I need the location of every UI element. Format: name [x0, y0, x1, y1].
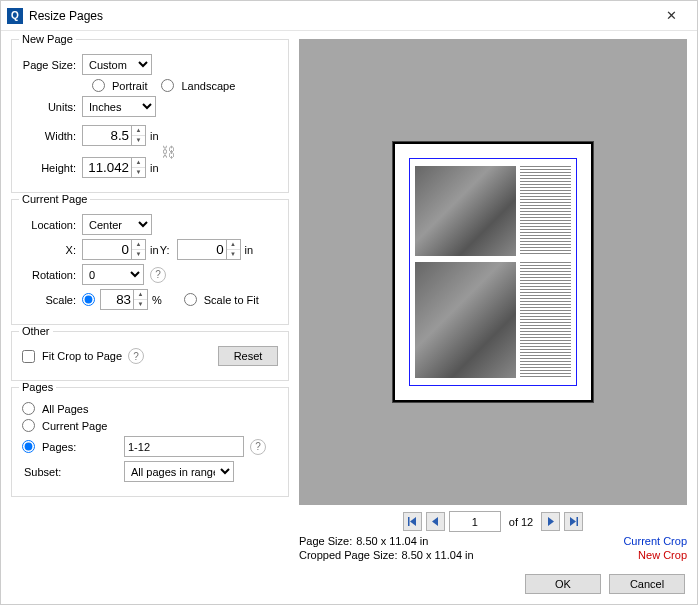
- y-input[interactable]: [178, 240, 226, 259]
- x-down[interactable]: ▼: [132, 250, 145, 260]
- rotation-help-icon[interactable]: ?: [150, 267, 166, 283]
- x-up[interactable]: ▲: [132, 240, 145, 250]
- pages-range-input[interactable]: [124, 436, 244, 457]
- legend-pages: Pages: [19, 381, 56, 393]
- width-input[interactable]: [83, 126, 131, 145]
- landscape-radio[interactable]: [161, 79, 174, 92]
- width-up[interactable]: ▲: [132, 126, 145, 136]
- scale-to-fit-radio[interactable]: Scale to Fit: [184, 293, 259, 306]
- x-spinner[interactable]: ▲▼: [82, 239, 146, 260]
- scale-down[interactable]: ▼: [134, 300, 147, 310]
- fit-crop-help-icon[interactable]: ?: [128, 348, 144, 364]
- next-page-button[interactable]: [541, 512, 560, 531]
- x-input[interactable]: [83, 240, 131, 259]
- dialog-body: New Page Page Size: Custom Portrait Land…: [1, 31, 697, 566]
- page-size-select[interactable]: Custom: [82, 54, 152, 75]
- group-new-page: New Page Page Size: Custom Portrait Land…: [11, 39, 289, 193]
- scale-spinner[interactable]: ▲▼: [100, 289, 148, 310]
- preview-frame: [299, 39, 687, 505]
- titlebar: Q Resize Pages ✕: [1, 1, 697, 31]
- info-cropped-page-size: Cropped Page Size: 8.50 x 11.04 in New C…: [299, 548, 687, 562]
- units-label: Units:: [22, 101, 82, 113]
- y-unit: in: [241, 244, 254, 256]
- rotation-label: Rotation:: [22, 269, 82, 281]
- ok-button[interactable]: OK: [525, 574, 601, 594]
- current-page-radio[interactable]: Current Page: [22, 419, 107, 432]
- preview-page-content: [415, 166, 571, 378]
- app-icon: Q: [7, 8, 23, 24]
- preview-image-icon: [415, 262, 516, 378]
- portrait-radio[interactable]: [92, 79, 105, 92]
- page-total: of 12: [505, 516, 537, 528]
- dialog-footer: OK Cancel: [1, 566, 697, 604]
- legend-current-page: Current Page: [19, 193, 90, 205]
- window-title: Resize Pages: [29, 9, 651, 23]
- location-select[interactable]: Center: [82, 214, 152, 235]
- group-current-page: Current Page Location: Center X: ▲▼ in Y…: [11, 199, 289, 325]
- height-unit: in: [146, 162, 159, 174]
- width-down[interactable]: ▼: [132, 136, 145, 146]
- last-page-button[interactable]: [564, 512, 583, 531]
- group-pages: Pages All Pages Current Page: [11, 387, 289, 497]
- info-page-size: Page Size: 8.50 x 11.04 in Current Crop: [299, 534, 687, 548]
- height-down[interactable]: ▼: [132, 168, 145, 178]
- close-button[interactable]: ✕: [651, 8, 691, 23]
- x-unit: in: [146, 244, 159, 256]
- orientation-landscape[interactable]: Landscape: [161, 79, 235, 92]
- page-size-label: Page Size:: [22, 59, 82, 71]
- location-label: Location:: [22, 219, 82, 231]
- rotation-select[interactable]: 0: [82, 264, 144, 285]
- svg-rect-0: [408, 517, 410, 526]
- first-page-button[interactable]: [403, 512, 422, 531]
- pages-range-radio[interactable]: Pages:: [22, 440, 102, 453]
- subset-select[interactable]: All pages in range: [124, 461, 234, 482]
- height-up[interactable]: ▲: [132, 158, 145, 168]
- svg-marker-1: [410, 517, 416, 526]
- preview-column: of 12 Page Size: 8.50 x 11.04 in Current…: [299, 39, 687, 562]
- resize-pages-dialog: Q Resize Pages ✕ New Page Page Size: Cus…: [0, 0, 698, 605]
- scale-unit: %: [148, 294, 162, 306]
- all-pages-radio[interactable]: All Pages: [22, 402, 88, 415]
- scale-up[interactable]: ▲: [134, 290, 147, 300]
- preview-text-icon: [520, 262, 571, 378]
- svg-rect-5: [577, 517, 579, 526]
- svg-marker-2: [432, 517, 438, 526]
- preview-pager: of 12: [299, 505, 687, 534]
- width-unit: in: [146, 130, 159, 142]
- width-spinner[interactable]: ▲▼: [82, 125, 146, 146]
- legend-other: Other: [19, 325, 53, 337]
- height-input[interactable]: [83, 158, 131, 177]
- preview-page: [393, 142, 593, 402]
- legend-new-page: New Page: [19, 33, 76, 45]
- settings-column: New Page Page Size: Custom Portrait Land…: [11, 39, 289, 562]
- orientation-portrait[interactable]: Portrait: [92, 79, 147, 92]
- preview-image-icon: [415, 166, 516, 256]
- fit-crop-checkbox[interactable]: Fit Crop to Page: [22, 350, 122, 363]
- y-up[interactable]: ▲: [227, 240, 240, 250]
- width-label: Width:: [22, 130, 82, 142]
- y-down[interactable]: ▼: [227, 250, 240, 260]
- link-dimensions-icon[interactable]: ⛓: [159, 135, 177, 169]
- reset-button[interactable]: Reset: [218, 346, 278, 366]
- scale-input[interactable]: [101, 290, 133, 309]
- subset-label: Subset:: [22, 466, 82, 478]
- prev-page-button[interactable]: [426, 512, 445, 531]
- svg-marker-3: [548, 517, 554, 526]
- cancel-button[interactable]: Cancel: [609, 574, 685, 594]
- current-crop-legend: Current Crop: [623, 535, 687, 547]
- units-select[interactable]: Inches: [82, 96, 156, 117]
- height-label: Height:: [22, 162, 82, 174]
- pages-help-icon[interactable]: ?: [250, 439, 266, 455]
- new-crop-legend: New Crop: [638, 549, 687, 561]
- svg-marker-4: [570, 517, 576, 526]
- scale-label: Scale:: [22, 294, 82, 306]
- y-spinner[interactable]: ▲▼: [177, 239, 241, 260]
- x-label: X:: [22, 244, 82, 256]
- page-number-input[interactable]: [449, 511, 501, 532]
- height-spinner[interactable]: ▲▼: [82, 157, 146, 178]
- group-other: Other Fit Crop to Page ? Reset: [11, 331, 289, 381]
- y-label: Y:: [159, 244, 177, 256]
- preview-text-icon: [520, 166, 571, 256]
- scale-custom-radio[interactable]: [82, 293, 98, 306]
